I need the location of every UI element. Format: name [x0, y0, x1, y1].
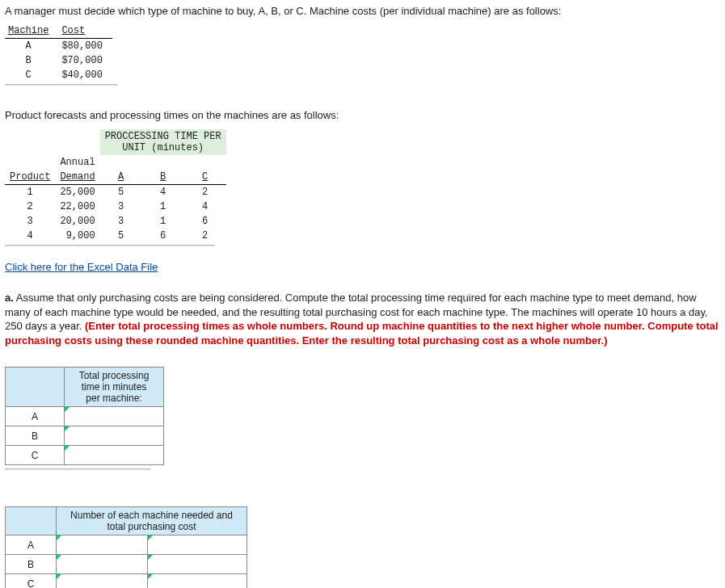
machine-cost-table: Machine Cost A$80,000 B$70,000 C$40,000 — [5, 23, 112, 82]
cost-cell-machine: B — [5, 53, 58, 68]
ans2-input-c2[interactable] — [148, 574, 247, 588]
input-corner-icon — [65, 446, 70, 451]
cost-col-machine: Machine — [5, 23, 58, 39]
cost-col-cost: Cost — [58, 23, 112, 39]
proc-row: 1 25,000 5 4 2 — [5, 185, 226, 200]
ans2-label-b: B — [6, 555, 57, 574]
ans2-header: Number of each machine needed and total … — [57, 507, 247, 536]
total-processing-time-table: Total processing time in minutes per mac… — [5, 367, 164, 465]
proc-c: 2 — [184, 229, 226, 243]
cost-cell-cost: $70,000 — [58, 53, 112, 68]
input-corner-icon — [65, 426, 70, 431]
cost-cell-cost: $40,000 — [58, 68, 112, 82]
input-corner-icon — [65, 407, 70, 412]
proc-c: 6 — [184, 214, 226, 229]
ans1-corner — [6, 368, 65, 407]
part-a-question: a. Assume that only purchasing costs are… — [5, 291, 720, 347]
part-a-label: a. — [5, 292, 14, 304]
ans2-input-b2[interactable] — [148, 555, 247, 574]
proc-demand: 20,000 — [55, 214, 99, 229]
cost-row: C$40,000 — [5, 68, 112, 82]
excel-data-file-link[interactable]: Click here for the Excel Data File — [5, 261, 158, 273]
ans2-label-a: A — [6, 536, 57, 555]
ans1-input-b[interactable] — [65, 426, 164, 446]
ans1-label-c: C — [6, 446, 65, 465]
input-corner-icon — [148, 574, 153, 579]
proc-table-shadow — [5, 245, 215, 246]
proc-demand: 25,000 — [55, 185, 99, 200]
proc-b: 1 — [142, 200, 184, 214]
proc-row: 2 22,000 3 1 4 — [5, 200, 226, 214]
proc-col-product: Product — [5, 170, 55, 185]
ans2-corner — [6, 507, 57, 536]
proc-row: 4 9,000 5 6 2 — [5, 229, 226, 243]
proc-row: 3 20,000 3 1 6 — [5, 214, 226, 229]
proc-demand: 9,000 — [55, 229, 99, 243]
proc-header-span: PROCCESSING TIME PER UNIT (minutes) — [100, 129, 226, 155]
input-corner-icon — [148, 536, 153, 540]
proc-col-c: C — [184, 170, 226, 185]
proc-c: 4 — [184, 200, 226, 214]
proc-c: 2 — [184, 185, 226, 200]
part-a-instruction: (Enter total processing times as whole n… — [5, 320, 719, 346]
processing-time-table: PROCCESSING TIME PER UNIT (minutes) Annu… — [5, 129, 226, 243]
cost-cell-cost: $80,000 — [58, 39, 112, 54]
cost-row: A$80,000 — [5, 39, 112, 54]
ans2-input-c1[interactable] — [57, 574, 148, 588]
cost-table-shadow — [5, 84, 118, 86]
intro-text-1: A manager must decide which type of mach… — [5, 5, 720, 17]
proc-col-a: A — [100, 170, 142, 185]
proc-a: 3 — [100, 214, 142, 229]
proc-demand: 22,000 — [55, 200, 99, 214]
proc-b: 6 — [142, 229, 184, 243]
ans2-input-a2[interactable] — [148, 536, 247, 555]
ans1-input-a[interactable] — [65, 407, 164, 426]
cost-cell-machine: C — [5, 68, 58, 82]
proc-b: 1 — [142, 214, 184, 229]
ans1-label-a: A — [6, 407, 65, 426]
input-corner-icon — [148, 555, 153, 560]
input-corner-icon — [57, 574, 61, 579]
purchasing-cost-table: Number of each machine needed and total … — [5, 506, 247, 588]
ans1-shadow — [5, 468, 150, 470]
ans1-label-b: B — [6, 426, 65, 446]
ans2-input-a1[interactable] — [57, 536, 148, 555]
proc-a: 5 — [100, 185, 142, 200]
ans1-input-c[interactable] — [65, 446, 164, 465]
proc-product: 1 — [5, 185, 55, 200]
proc-product: 2 — [5, 200, 55, 214]
proc-product: 4 — [5, 229, 55, 243]
input-corner-icon — [57, 555, 61, 560]
proc-b: 4 — [142, 185, 184, 200]
proc-product: 3 — [5, 214, 55, 229]
cost-cell-machine: A — [5, 39, 58, 54]
proc-col-demand: Demand — [55, 170, 99, 185]
input-corner-icon — [57, 536, 61, 540]
proc-annual-label: Annual — [55, 155, 99, 170]
proc-a: 5 — [100, 229, 142, 243]
proc-a: 3 — [100, 200, 142, 214]
ans1-header: Total processing time in minutes per mac… — [65, 368, 164, 407]
cost-row: B$70,000 — [5, 53, 112, 68]
ans2-label-c: C — [6, 574, 57, 588]
ans2-input-b1[interactable] — [57, 555, 148, 574]
intro-text-2: Product forecasts and processing times o… — [5, 109, 720, 121]
proc-col-b: B — [142, 170, 184, 185]
